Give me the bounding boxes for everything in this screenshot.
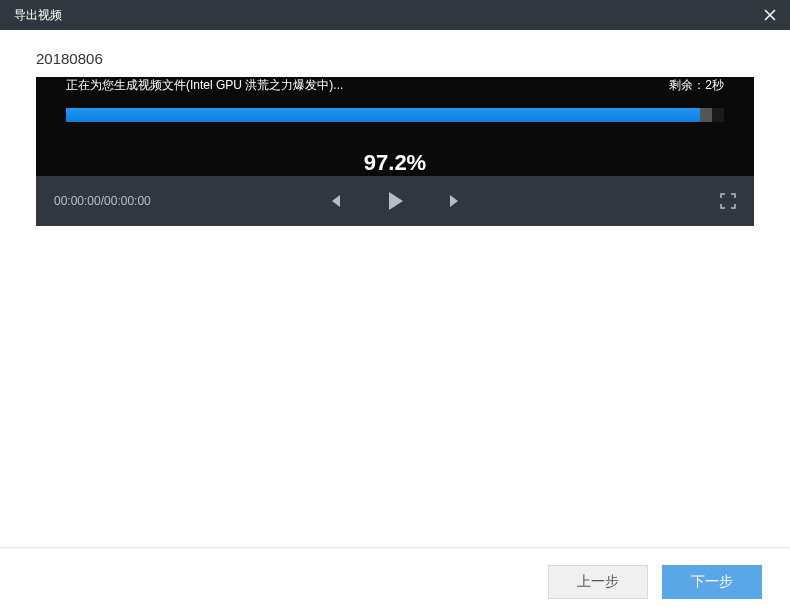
content-area: 20180806 正在为您生成视频文件(Intel GPU 洪荒之力爆发中)..…	[0, 30, 790, 547]
next-track-icon	[447, 193, 463, 209]
titlebar-text: 导出视频	[14, 7, 62, 24]
progress-fill	[66, 108, 706, 122]
prev-track-icon	[327, 193, 343, 209]
video-canvas: 正在为您生成视频文件(Intel GPU 洪荒之力爆发中)... 剩余：2秒 9…	[36, 77, 754, 176]
remaining-text: 剩余：2秒	[669, 77, 724, 94]
fullscreen-button[interactable]	[720, 193, 736, 209]
close-icon	[763, 8, 777, 22]
time-display: 00:00:00/00:00:00	[54, 194, 151, 208]
progress-bar[interactable]	[66, 108, 724, 122]
next-step-button[interactable]: 下一步	[662, 565, 762, 599]
next-track-button[interactable]	[447, 193, 463, 209]
status-text: 正在为您生成视频文件(Intel GPU 洪荒之力爆发中)...	[66, 77, 343, 94]
play-icon	[383, 189, 407, 213]
center-controls	[327, 189, 463, 213]
progress-knob[interactable]	[700, 108, 712, 122]
video-title: 20180806	[36, 50, 754, 67]
prev-step-button[interactable]: 上一步	[548, 565, 648, 599]
status-row: 正在为您生成视频文件(Intel GPU 洪荒之力爆发中)... 剩余：2秒	[66, 77, 724, 94]
titlebar: 导出视频	[0, 0, 790, 30]
progress-percent: 97.2%	[364, 150, 426, 176]
player-controls: 00:00:00/00:00:00	[36, 176, 754, 226]
fullscreen-icon	[720, 193, 736, 209]
video-area: 正在为您生成视频文件(Intel GPU 洪荒之力爆发中)... 剩余：2秒 9…	[36, 77, 754, 226]
close-button[interactable]	[760, 5, 780, 25]
play-button[interactable]	[383, 189, 407, 213]
footer: 上一步 下一步	[0, 547, 790, 615]
prev-track-button[interactable]	[327, 193, 343, 209]
